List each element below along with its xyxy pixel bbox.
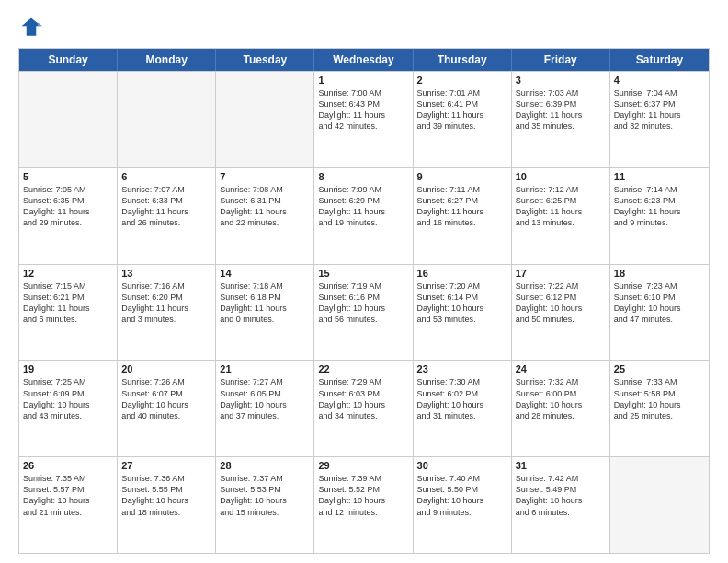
calendar-cell xyxy=(216,72,314,167)
cell-details: Sunrise: 7:12 AM Sunset: 6:25 PM Dayligh… xyxy=(516,184,606,229)
day-number: 7 xyxy=(220,171,310,182)
day-number: 16 xyxy=(417,268,507,279)
day-number: 17 xyxy=(516,268,606,279)
cell-details: Sunrise: 7:26 AM Sunset: 6:07 PM Dayligh… xyxy=(121,376,211,421)
calendar-cell: 20Sunrise: 7:26 AM Sunset: 6:07 PM Dayli… xyxy=(118,361,216,456)
cell-details: Sunrise: 7:36 AM Sunset: 5:55 PM Dayligh… xyxy=(121,473,211,518)
calendar: SundayMondayTuesdayWednesdayThursdayFrid… xyxy=(18,48,710,554)
cell-details: Sunrise: 7:33 AM Sunset: 5:58 PM Dayligh… xyxy=(614,376,705,421)
day-header-sunday: Sunday xyxy=(19,49,118,71)
cell-details: Sunrise: 7:00 AM Sunset: 6:43 PM Dayligh… xyxy=(318,87,408,132)
day-number: 4 xyxy=(614,75,705,86)
day-number: 18 xyxy=(614,268,705,279)
header xyxy=(18,15,710,40)
cell-details: Sunrise: 7:19 AM Sunset: 6:16 PM Dayligh… xyxy=(318,281,408,326)
cell-details: Sunrise: 7:37 AM Sunset: 5:53 PM Dayligh… xyxy=(220,473,310,518)
day-number: 2 xyxy=(417,75,507,86)
day-number: 22 xyxy=(318,363,408,374)
day-number: 8 xyxy=(318,171,408,182)
day-number: 23 xyxy=(417,363,507,374)
cell-details: Sunrise: 7:03 AM Sunset: 6:39 PM Dayligh… xyxy=(516,87,606,132)
calendar-cell: 30Sunrise: 7:40 AM Sunset: 5:50 PM Dayli… xyxy=(414,457,512,553)
calendar-cell xyxy=(19,72,118,167)
calendar-cell: 7Sunrise: 7:08 AM Sunset: 6:31 PM Daylig… xyxy=(216,168,314,264)
cell-details: Sunrise: 7:23 AM Sunset: 6:10 PM Dayligh… xyxy=(614,281,705,326)
cell-details: Sunrise: 7:14 AM Sunset: 6:23 PM Dayligh… xyxy=(614,184,705,229)
day-number: 19 xyxy=(23,363,113,374)
day-number: 20 xyxy=(121,363,211,374)
day-number: 27 xyxy=(121,460,211,471)
day-number: 29 xyxy=(318,460,408,471)
cell-details: Sunrise: 7:42 AM Sunset: 5:49 PM Dayligh… xyxy=(516,473,606,518)
cell-details: Sunrise: 7:08 AM Sunset: 6:31 PM Dayligh… xyxy=(220,184,310,229)
calendar-cell: 31Sunrise: 7:42 AM Sunset: 5:49 PM Dayli… xyxy=(512,457,610,553)
cell-details: Sunrise: 7:40 AM Sunset: 5:50 PM Dayligh… xyxy=(417,473,507,518)
page: SundayMondayTuesdayWednesdayThursdayFrid… xyxy=(0,0,728,563)
cell-details: Sunrise: 7:32 AM Sunset: 6:00 PM Dayligh… xyxy=(516,376,606,421)
day-header-tuesday: Tuesday xyxy=(216,49,314,71)
day-number: 14 xyxy=(220,268,310,279)
calendar-cell: 25Sunrise: 7:33 AM Sunset: 5:58 PM Dayli… xyxy=(610,361,709,456)
cell-details: Sunrise: 7:09 AM Sunset: 6:29 PM Dayligh… xyxy=(318,184,408,229)
calendar-cell: 24Sunrise: 7:32 AM Sunset: 6:00 PM Dayli… xyxy=(512,361,610,456)
cell-details: Sunrise: 7:30 AM Sunset: 6:02 PM Dayligh… xyxy=(417,376,507,421)
day-number: 30 xyxy=(417,460,507,471)
day-number: 15 xyxy=(318,268,408,279)
cell-details: Sunrise: 7:18 AM Sunset: 6:18 PM Dayligh… xyxy=(220,281,310,326)
cell-details: Sunrise: 7:16 AM Sunset: 6:20 PM Dayligh… xyxy=(121,281,211,326)
cell-details: Sunrise: 7:11 AM Sunset: 6:27 PM Dayligh… xyxy=(417,184,507,229)
day-number: 6 xyxy=(121,171,211,182)
day-header-friday: Friday xyxy=(512,49,610,71)
day-number: 3 xyxy=(516,75,606,86)
day-number: 31 xyxy=(516,460,606,471)
day-number: 25 xyxy=(614,363,705,374)
day-header-monday: Monday xyxy=(118,49,216,71)
calendar-cell: 16Sunrise: 7:20 AM Sunset: 6:14 PM Dayli… xyxy=(414,265,512,361)
day-header-thursday: Thursday xyxy=(414,49,512,71)
calendar-cell: 26Sunrise: 7:35 AM Sunset: 5:57 PM Dayli… xyxy=(19,457,118,553)
day-number: 9 xyxy=(417,171,507,182)
calendar-cell: 15Sunrise: 7:19 AM Sunset: 6:16 PM Dayli… xyxy=(314,265,413,361)
calendar-body: 1Sunrise: 7:00 AM Sunset: 6:43 PM Daylig… xyxy=(19,71,709,553)
day-number: 24 xyxy=(516,363,606,374)
cell-details: Sunrise: 7:01 AM Sunset: 6:41 PM Dayligh… xyxy=(417,87,507,132)
cell-details: Sunrise: 7:04 AM Sunset: 6:37 PM Dayligh… xyxy=(614,87,705,132)
calendar-cell: 18Sunrise: 7:23 AM Sunset: 6:10 PM Dayli… xyxy=(610,265,709,361)
calendar-cell: 29Sunrise: 7:39 AM Sunset: 5:52 PM Dayli… xyxy=(314,457,413,553)
svg-marker-0 xyxy=(22,18,41,36)
day-number: 12 xyxy=(23,268,113,279)
cell-details: Sunrise: 7:35 AM Sunset: 5:57 PM Dayligh… xyxy=(23,473,113,518)
day-number: 10 xyxy=(516,171,606,182)
cell-details: Sunrise: 7:22 AM Sunset: 6:12 PM Dayligh… xyxy=(516,281,606,326)
calendar-cell: 12Sunrise: 7:15 AM Sunset: 6:21 PM Dayli… xyxy=(19,265,118,361)
cell-details: Sunrise: 7:39 AM Sunset: 5:52 PM Dayligh… xyxy=(318,473,408,518)
cell-details: Sunrise: 7:27 AM Sunset: 6:05 PM Dayligh… xyxy=(220,376,310,421)
calendar-cell xyxy=(610,457,709,553)
day-header-saturday: Saturday xyxy=(610,49,709,71)
calendar-header: SundayMondayTuesdayWednesdayThursdayFrid… xyxy=(19,49,709,71)
calendar-cell: 21Sunrise: 7:27 AM Sunset: 6:05 PM Dayli… xyxy=(216,361,314,456)
week-row-5: 26Sunrise: 7:35 AM Sunset: 5:57 PM Dayli… xyxy=(19,456,709,553)
day-number: 26 xyxy=(23,460,113,471)
cell-details: Sunrise: 7:07 AM Sunset: 6:33 PM Dayligh… xyxy=(121,184,211,229)
week-row-4: 19Sunrise: 7:25 AM Sunset: 6:09 PM Dayli… xyxy=(19,360,709,456)
cell-details: Sunrise: 7:15 AM Sunset: 6:21 PM Dayligh… xyxy=(23,281,113,326)
logo-icon xyxy=(18,15,44,40)
cell-details: Sunrise: 7:05 AM Sunset: 6:35 PM Dayligh… xyxy=(23,184,113,229)
calendar-cell: 2Sunrise: 7:01 AM Sunset: 6:41 PM Daylig… xyxy=(414,72,512,167)
calendar-cell: 3Sunrise: 7:03 AM Sunset: 6:39 PM Daylig… xyxy=(512,72,610,167)
week-row-1: 1Sunrise: 7:00 AM Sunset: 6:43 PM Daylig… xyxy=(19,71,709,167)
day-number: 5 xyxy=(23,171,113,182)
day-number: 13 xyxy=(121,268,211,279)
calendar-cell: 9Sunrise: 7:11 AM Sunset: 6:27 PM Daylig… xyxy=(414,168,512,264)
calendar-cell xyxy=(118,72,216,167)
calendar-cell: 23Sunrise: 7:30 AM Sunset: 6:02 PM Dayli… xyxy=(414,361,512,456)
calendar-cell: 11Sunrise: 7:14 AM Sunset: 6:23 PM Dayli… xyxy=(610,168,709,264)
calendar-cell: 22Sunrise: 7:29 AM Sunset: 6:03 PM Dayli… xyxy=(314,361,413,456)
cell-details: Sunrise: 7:29 AM Sunset: 6:03 PM Dayligh… xyxy=(318,376,408,421)
calendar-cell: 10Sunrise: 7:12 AM Sunset: 6:25 PM Dayli… xyxy=(512,168,610,264)
calendar-cell: 27Sunrise: 7:36 AM Sunset: 5:55 PM Dayli… xyxy=(118,457,216,553)
calendar-cell: 14Sunrise: 7:18 AM Sunset: 6:18 PM Dayli… xyxy=(216,265,314,361)
calendar-cell: 13Sunrise: 7:16 AM Sunset: 6:20 PM Dayli… xyxy=(118,265,216,361)
calendar-cell: 8Sunrise: 7:09 AM Sunset: 6:29 PM Daylig… xyxy=(314,168,413,264)
